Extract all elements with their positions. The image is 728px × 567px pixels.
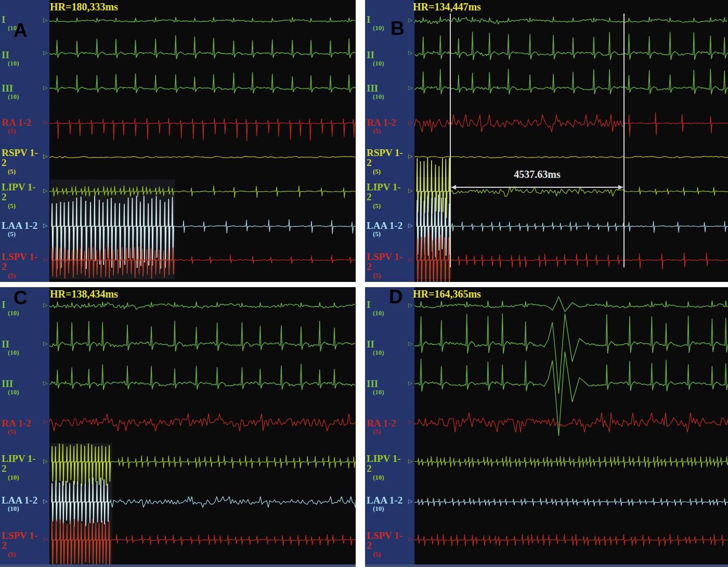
channel-label-line: III [2, 83, 48, 93]
channel-label-line: III [367, 379, 413, 389]
hr-label: HR=138,434ms [50, 288, 118, 300]
channel-gain: (10) [367, 505, 413, 512]
channel-gain: (10) [2, 389, 48, 395]
channel-label-ra1-2: RA 1-2(5) [2, 418, 48, 435]
channel-label-ii: II(10) [2, 339, 48, 356]
channel-gain: (5) [367, 202, 413, 209]
channel-label-lspv1-2: LSPV 1-2(5) [2, 252, 48, 279]
trace-i [49, 17, 355, 22]
trace-start-marker-icon: ▷ [43, 458, 47, 464]
channel-label-lipv1-2: LIPV 1-2(10) [367, 454, 413, 481]
channel-label-line: LIPV 1- [2, 454, 48, 463]
waveform-canvas-c [49, 287, 356, 567]
trace-lipv1-2 [625, 187, 728, 196]
ep-recording-figure: I(10)▷II(10)▷III(10)▷RA 1-2(5)▷RSPV 1-2(… [0, 0, 728, 567]
channel-label-ii: II(10) [2, 50, 48, 67]
panel-c: I(10)▷II(10)▷III(10)▷RA 1-2(5)▷LIPV 1-2(… [0, 287, 356, 567]
trace-lspv1-2 [414, 534, 728, 547]
channel-label-iii: III(10) [2, 379, 48, 396]
channel-label-line: 2 [367, 463, 413, 473]
panel-letter-b: B [391, 19, 405, 38]
trace-start-marker-icon: ▷ [43, 498, 47, 504]
trace-start-marker-icon: ▷ [408, 341, 412, 346]
trace-ra1-2 [625, 112, 728, 137]
trace-rspv1-2 [414, 157, 728, 158]
trace-lipv1-2 [450, 187, 625, 197]
channel-label-line: III [2, 379, 48, 389]
channel-label-line: LSPV 1- [2, 252, 48, 262]
channel-gain: (5) [2, 230, 48, 237]
channel-label-line: RA 1-2 [367, 118, 413, 127]
channel-label-line: 2 [367, 262, 413, 272]
trace-start-marker-icon: ▷ [408, 17, 412, 23]
channel-label-line: II [2, 339, 48, 349]
channel-label-laa1-2: LAA 1-2(10) [2, 495, 48, 512]
panel-letter-a: A [14, 21, 28, 40]
waveform-canvas-a [49, 0, 356, 282]
trace-iii [49, 72, 356, 94]
channel-gain: (10) [367, 349, 413, 356]
channel-label-line: 2 [367, 540, 413, 550]
channel-label-lipv1-2: LIPV 1-2(10) [2, 454, 48, 481]
channel-label-rspv1-2: RSPV 1-2(5) [2, 148, 48, 175]
trace-start-marker-icon: ▷ [43, 341, 47, 346]
trace-start-marker-icon: ▷ [43, 153, 47, 159]
trace-lipv1-2 [111, 456, 356, 469]
channel-label-line: 2 [2, 158, 48, 167]
channel-label-ra1-2: RA 1-2(5) [367, 118, 413, 135]
trace-start-marker-icon: ▷ [408, 85, 412, 91]
channel-gain: (5) [2, 428, 48, 435]
channel-label-line: 2 [2, 262, 48, 272]
channel-label-lipv1-2: LIPV 1-2(5) [2, 182, 48, 209]
panel-a: I(10)▷II(10)▷III(10)▷RA 1-2(5)▷RSPV 1-2(… [0, 0, 356, 282]
trace-ra1-2 [49, 118, 356, 141]
trace-laa1-2 [450, 222, 625, 231]
measurement-arrowhead-icon [618, 185, 623, 190]
channel-label-laa1-2: LAA 1-2(5) [367, 221, 413, 238]
channel-gain: (10) [2, 93, 48, 100]
trace-laa1-2 [111, 497, 356, 508]
channel-label-line: 2 [367, 192, 413, 202]
channel-label-line: 2 [367, 158, 413, 167]
channel-label-line: LIPV 1- [367, 454, 413, 463]
channel-gain: (10) [2, 474, 48, 481]
channel-label-sidebar [365, 0, 414, 282]
trace-laa1-2 [414, 498, 728, 506]
trace-start-marker-icon: ▷ [43, 85, 47, 91]
trace-iii [414, 69, 728, 94]
channel-label-line: LAA 1-2 [367, 495, 413, 505]
trace-start-marker-icon: ▷ [408, 256, 412, 262]
hr-label: HR=164,365ms [413, 288, 481, 300]
trace-i [414, 17, 727, 24]
channel-label-line: LSPV 1- [367, 531, 413, 540]
channel-label-line: LSPV 1- [367, 252, 413, 262]
trace-start-marker-icon: ▷ [408, 223, 412, 228]
trace-start-marker-icon: ▷ [43, 536, 47, 542]
channel-gain: (10) [367, 93, 413, 100]
measurement-label: 4537.63ms [450, 169, 624, 181]
channel-gain: (5) [2, 551, 48, 558]
channel-gain: (5) [367, 551, 413, 558]
channel-label-laa1-2: LAA 1-2(10) [367, 495, 413, 512]
channel-label-line: RSPV 1- [367, 148, 413, 158]
trace-lspv1-2 [174, 255, 356, 264]
channel-label-lspv1-2: LSPV 1-2(5) [2, 531, 48, 558]
channel-label-lipv1-2: LIPV 1-2(5) [367, 182, 413, 209]
channel-gain: (10) [367, 474, 413, 481]
hr-label: HR=180,333ms [50, 1, 118, 13]
channel-label-line: 2 [2, 540, 48, 550]
channel-label-line: LAA 1-2 [367, 221, 413, 230]
channel-label-line: II [2, 50, 48, 60]
trace-start-marker-icon: ▷ [408, 188, 412, 194]
measurement-arrowhead-icon [451, 185, 456, 190]
trace-start-marker-icon: ▷ [408, 419, 412, 424]
channel-gain: (5) [2, 127, 48, 134]
channel-label-lspv1-2: LSPV 1-2(5) [367, 531, 413, 558]
trace-laa1-2 [625, 221, 728, 233]
panel-letter-d: D [389, 287, 403, 306]
channel-label-line: RA 1-2 [367, 418, 413, 428]
panel-bottom-strip [0, 564, 356, 567]
channel-gain: (10) [367, 310, 413, 316]
channel-label-line: RSPV 1- [2, 148, 48, 158]
channel-label-rspv1-2: RSPV 1-2(5) [367, 148, 413, 175]
